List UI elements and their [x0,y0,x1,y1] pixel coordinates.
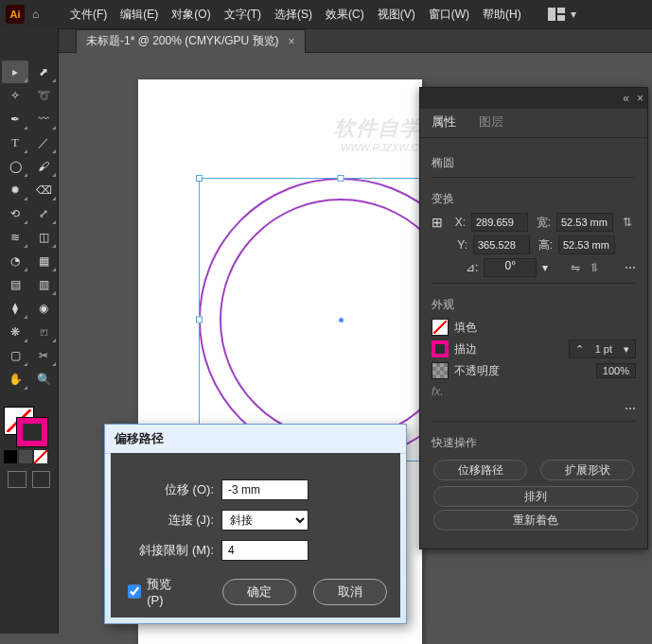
paintbrush-tool[interactable]: 🖌 [30,155,57,178]
type-tool[interactable]: T [2,131,28,154]
arrange-button[interactable]: 排列 [433,486,638,507]
shaper-tool[interactable]: ✹ [2,179,28,201]
gradient-mode-icon[interactable] [19,450,32,463]
symbol-sprayer-tool[interactable]: ❋ [2,321,28,343]
menu-object[interactable]: 对象(O) [166,4,216,26]
quick-actions-label: 快速操作 [432,435,636,451]
graph-tool[interactable]: ⏍ [30,321,57,343]
opacity-label: 不透明度 [454,363,500,379]
dropdown-icon[interactable]: ▾ [542,261,548,274]
dropdown-icon[interactable]: ▾ [567,8,580,21]
join-select[interactable]: 斜接 [221,510,308,531]
zoom-tool[interactable]: 🔍 [30,368,57,391]
offset-path-dialog: 偏移路径 位移 (O): 连接 (J): 斜接 斜接限制 (M): 预览 (P)… [104,424,407,624]
dialog-title: 偏移路径 [105,425,406,454]
mesh-tool[interactable]: ▤ [2,273,28,296]
menu-help[interactable]: 帮助(H) [477,4,527,26]
menu-edit[interactable]: 编辑(E) [115,4,164,26]
free-transform-tool[interactable]: ◫ [30,226,57,249]
document-tab-label: 未标题-1* @ 200% (CMYK/GPU 预览) [86,33,279,49]
gradient-tool[interactable]: ▥ [30,273,57,296]
appearance-section-label: 外观 [432,297,636,313]
h-label: 高: [536,237,553,253]
more-options-icon[interactable]: ⋯ [625,261,636,274]
tab-layers[interactable]: 图层 [467,109,515,137]
flip-vertical-icon[interactable]: ⥮ [590,261,599,274]
angle-input[interactable]: 0° [484,258,537,277]
selection-tool[interactable]: ▸ [2,61,28,83]
width-input[interactable] [556,213,613,232]
line-tool[interactable]: ／ [30,131,57,154]
offset-path-button[interactable]: 位移路径 [433,460,527,480]
curvature-tool[interactable]: 〰 [30,108,57,131]
height-input[interactable] [558,235,615,254]
slice-tool[interactable]: ✂ [30,344,57,367]
document-tab[interactable]: 未标题-1* @ 200% (CMYK/GPU 预览) × [76,29,306,53]
expand-shape-button[interactable]: 扩展形状 [540,460,634,480]
draw-behind-icon[interactable] [32,471,51,488]
opacity-input[interactable]: 100% [596,363,636,378]
menu-effect[interactable]: 效果(C) [320,4,370,26]
artboard-tool[interactable]: ▢ [2,344,28,367]
stroke-swatch[interactable] [17,418,47,446]
draw-normal-icon[interactable] [8,471,26,488]
properties-panel: « × 属性 图层 椭圆 变换 ⊞ X: 宽: ⇅ Y: 高: [419,87,648,549]
x-input[interactable] [471,213,528,232]
stroke-label: 描边 [454,341,477,357]
link-wh-icon[interactable]: ⇅ [623,216,632,229]
shape-builder-tool[interactable]: ◔ [2,250,28,272]
stroke-color-swatch[interactable] [432,340,449,357]
panel-close-icon[interactable]: × [637,92,643,105]
ok-button[interactable]: 确定 [222,579,296,605]
preview-checkbox-label: 预览 (P) [147,576,188,607]
flip-horizontal-icon[interactable]: ⇋ [571,261,580,274]
scale-tool[interactable]: ⤢ [30,202,57,225]
menu-window[interactable]: 窗口(W) [423,4,475,26]
reference-point-icon[interactable]: ⊞ [432,215,443,230]
panel-collapse-icon[interactable]: « [623,92,629,105]
stroke-weight-input[interactable]: ⌃1 pt▾ [569,339,636,358]
angle-label: ⊿: [466,261,478,274]
cancel-button[interactable]: 取消 [313,579,387,605]
home-icon[interactable]: ⌂ [28,8,43,21]
ellipse-tool[interactable]: ◯ [2,155,28,178]
eyedropper-tool[interactable]: ⧫ [2,297,28,320]
opacity-swatch-icon[interactable] [432,362,449,379]
tab-properties[interactable]: 属性 [420,109,467,137]
fill-color-swatch[interactable] [432,319,449,336]
miter-input[interactable] [221,540,308,561]
eraser-tool[interactable]: ⌫ [30,179,57,201]
color-mode-icon[interactable] [4,450,17,463]
x-label: X: [449,216,466,229]
join-field-label: 连接 (J): [124,512,214,529]
pen-tool[interactable]: ✒ [2,108,28,131]
width-tool[interactable]: ≋ [2,226,28,249]
close-tab-icon[interactable]: × [289,35,295,48]
fx-icon[interactable]: fx. [432,385,636,398]
fill-label: 填色 [454,320,477,336]
perspective-tool[interactable]: ▦ [30,250,57,272]
menu-text[interactable]: 文字(T) [219,4,267,26]
hand-tool[interactable]: ✋ [2,368,28,391]
y-input[interactable] [473,235,530,254]
recolor-button[interactable]: 重新着色 [433,510,638,531]
fill-stroke-swatch[interactable] [4,407,47,446]
transform-section-label: 变换 [432,191,636,207]
menu-file[interactable]: 文件(F) [64,4,113,26]
center-point-icon [339,318,344,322]
menu-select[interactable]: 选择(S) [269,4,318,26]
rotate-tool[interactable]: ⟲ [2,202,28,225]
direct-selection-tool[interactable]: ⬈ [30,61,57,83]
preview-checkbox-input[interactable] [128,584,141,599]
lasso-tool[interactable]: ➰ [30,84,57,107]
blend-tool[interactable]: ◉ [30,297,57,320]
w-label: 宽: [534,215,551,231]
workspace-layout-icon[interactable] [548,8,565,21]
more-options-icon[interactable]: ⋯ [625,402,636,415]
offset-input[interactable] [221,479,308,500]
none-mode-icon[interactable] [34,450,47,463]
magic-wand-tool[interactable]: ✧ [2,84,28,107]
y-label: Y: [450,238,467,252]
preview-checkbox[interactable]: 预览 (P) [128,576,188,607]
menu-view[interactable]: 视图(V) [372,4,421,26]
